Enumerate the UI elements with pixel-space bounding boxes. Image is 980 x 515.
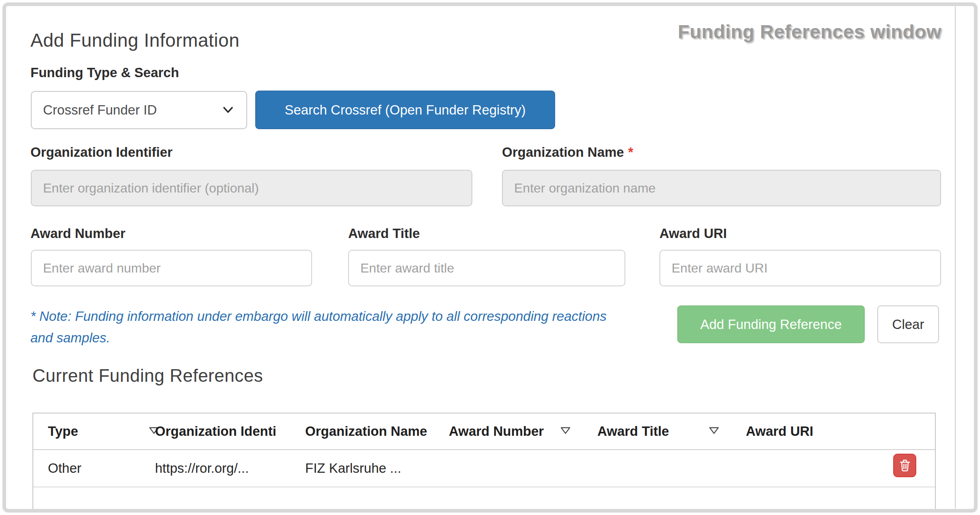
cell-org-identifier: https://ror.org/... — [155, 450, 301, 487]
org-name-input — [502, 170, 941, 206]
embargo-note: * Note: Funding information under embarg… — [30, 305, 631, 349]
award-uri-label: Award URI — [659, 226, 727, 241]
column-header-org-identifier[interactable]: Organization Identi — [155, 413, 301, 449]
column-header-org-name[interactable]: Organization Name — [305, 413, 448, 449]
org-identifier-input — [31, 170, 472, 206]
modal-right-border — [955, 6, 956, 509]
column-header-award-uri[interactable]: Award URI — [746, 413, 868, 449]
table-row-empty — [33, 487, 935, 515]
award-number-label: Award Number — [30, 226, 125, 241]
chevron-down-icon — [221, 105, 235, 115]
table-row: Other https://ror.org/... FIZ Karlsruhe … — [33, 450, 935, 487]
clear-button[interactable]: Clear — [877, 305, 939, 343]
award-number-input[interactable] — [31, 250, 312, 286]
org-identifier-label: Organization Identifier — [30, 145, 172, 160]
column-header-type[interactable]: Type — [48, 413, 117, 449]
trash-icon — [898, 459, 911, 472]
table-header-row: Type Organization Identi Organization Na… — [33, 413, 935, 450]
window-annotation: Funding References window — [678, 20, 941, 43]
filter-icon-award-title[interactable] — [709, 426, 719, 438]
funding-references-table: Type Organization Identi Organization Na… — [32, 413, 936, 512]
funding-type-selected-value: Crossref Funder ID — [43, 102, 221, 118]
award-uri-input[interactable] — [659, 250, 941, 286]
award-title-input[interactable] — [348, 250, 625, 286]
delete-row-button[interactable] — [893, 454, 916, 477]
add-funding-reference-button[interactable]: Add Funding Reference — [677, 305, 865, 343]
funding-type-label: Funding Type & Search — [30, 65, 179, 80]
funding-type-select[interactable]: Crossref Funder ID — [31, 91, 247, 129]
current-funding-references-title: Current Funding References — [32, 366, 263, 386]
org-name-label: Organization Name* — [502, 145, 633, 160]
funding-references-window: Add Funding Information Funding Referenc… — [0, 0, 980, 515]
search-crossref-button[interactable]: Search Crossref (Open Funder Registry) — [255, 91, 555, 129]
column-header-award-title[interactable]: Award Title — [597, 413, 687, 449]
filter-icon-award-number[interactable] — [560, 426, 571, 438]
required-asterisk: * — [628, 145, 633, 160]
award-title-label: Award Title — [348, 226, 420, 241]
column-header-award-number[interactable]: Award Number — [449, 413, 557, 449]
cell-org-name: FIZ Karlsruhe ... — [305, 450, 467, 487]
cell-type: Other — [48, 450, 137, 487]
page-title: Add Funding Information — [30, 29, 239, 51]
